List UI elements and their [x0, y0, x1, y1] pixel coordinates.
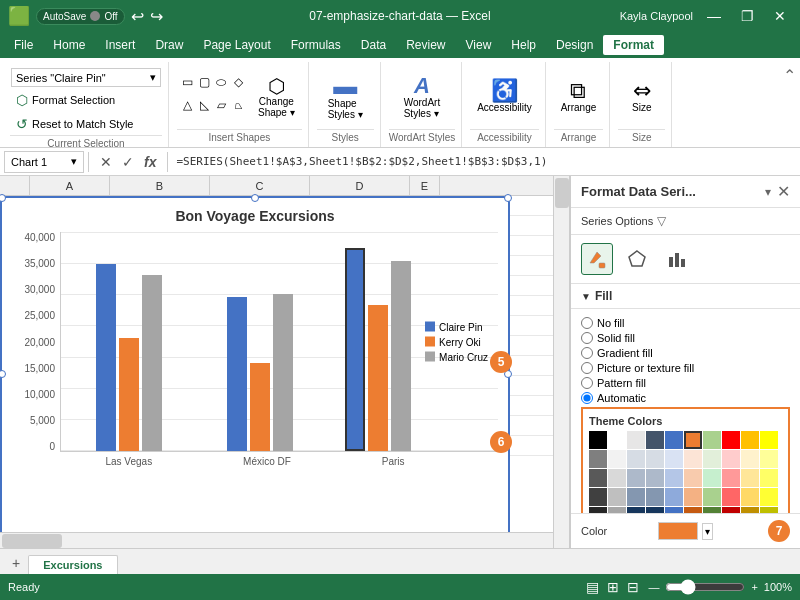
- chart-container[interactable]: Bon Voyage Excursions 40,000 35,000 30,0…: [0, 196, 510, 548]
- shape-styles-button[interactable]: ▬ ShapeStyles ▾: [321, 70, 370, 124]
- zoom-slider[interactable]: [665, 579, 745, 595]
- theme-color-cell[interactable]: [646, 488, 664, 506]
- close-button[interactable]: ✕: [768, 6, 792, 26]
- theme-color-cell[interactable]: [665, 431, 683, 449]
- theme-color-cell[interactable]: [608, 469, 626, 487]
- menu-help[interactable]: Help: [501, 35, 546, 55]
- size-button[interactable]: ⇔ Size: [625, 76, 658, 117]
- gradient-fill-radio[interactable]: [581, 347, 593, 359]
- wordart-styles-button[interactable]: A WordArtStyles ▾: [397, 71, 448, 123]
- solid-fill-radio[interactable]: [581, 332, 593, 344]
- theme-color-cell[interactable]: [703, 488, 721, 506]
- shape-right-tri[interactable]: ◺: [196, 97, 212, 113]
- shape-tri[interactable]: △: [179, 97, 195, 113]
- col-header-d[interactable]: D: [310, 176, 410, 195]
- theme-color-cell[interactable]: [608, 488, 626, 506]
- shape-rect[interactable]: ▭: [179, 74, 195, 90]
- theme-color-cell[interactable]: [741, 431, 759, 449]
- arrange-button[interactable]: ⧉ Arrange: [554, 76, 604, 117]
- enter-formula-icon[interactable]: ✓: [119, 153, 137, 171]
- shape-cylinder[interactable]: ⬭: [213, 74, 229, 90]
- theme-color-cell[interactable]: [684, 450, 702, 468]
- theme-color-cell[interactable]: [608, 450, 626, 468]
- menu-view[interactable]: View: [456, 35, 502, 55]
- add-sheet-button[interactable]: +: [4, 552, 28, 574]
- autosave-toggle[interactable]: AutoSave Off: [36, 8, 125, 25]
- theme-color-cell[interactable]: [760, 488, 778, 506]
- theme-color-cell[interactable]: [608, 431, 626, 449]
- shape-diamond[interactable]: ◇: [230, 74, 246, 90]
- change-shape-button[interactable]: ⬡ ChangeShape ▾: [251, 72, 302, 122]
- minimize-button[interactable]: —: [701, 6, 727, 26]
- menu-file[interactable]: File: [4, 35, 43, 55]
- theme-color-cell[interactable]: [589, 450, 607, 468]
- shape-round-rect[interactable]: ▢: [196, 74, 212, 90]
- col-header-c[interactable]: C: [210, 176, 310, 195]
- zoom-minus[interactable]: —: [648, 581, 659, 593]
- zoom-plus[interactable]: +: [751, 581, 757, 593]
- fx-icon[interactable]: fx: [141, 153, 159, 171]
- undo-button[interactable]: ↩: [131, 7, 144, 26]
- panel-close-button[interactable]: ✕: [777, 182, 790, 201]
- theme-color-cell[interactable]: [741, 469, 759, 487]
- menu-design[interactable]: Design: [546, 35, 603, 55]
- accessibility-button[interactable]: ♿ Accessibility: [470, 76, 538, 117]
- shape-para[interactable]: ▱: [213, 97, 229, 113]
- fill-section-header[interactable]: ▼ Fill: [571, 284, 800, 309]
- col-header-b[interactable]: B: [110, 176, 210, 195]
- theme-color-cell[interactable]: [741, 450, 759, 468]
- theme-color-cell[interactable]: [665, 469, 683, 487]
- pattern-fill-radio[interactable]: [581, 377, 593, 389]
- h-scrollbar-thumb[interactable]: [2, 534, 62, 548]
- theme-color-cell[interactable]: [722, 488, 740, 506]
- theme-color-cell[interactable]: [646, 431, 664, 449]
- vertical-scrollbar[interactable]: [553, 176, 569, 548]
- theme-color-cell[interactable]: [684, 469, 702, 487]
- picture-fill-radio[interactable]: [581, 362, 593, 374]
- series-dropdown[interactable]: Series "Claire Pin" ▾: [11, 68, 161, 87]
- theme-color-cell[interactable]: [722, 431, 740, 449]
- theme-color-cell[interactable]: [684, 488, 702, 506]
- menu-draw[interactable]: Draw: [145, 35, 193, 55]
- name-box[interactable]: Chart 1 ▾: [4, 151, 84, 173]
- format-selection-button[interactable]: ⬡ Format Selection: [11, 89, 120, 111]
- redo-button[interactable]: ↪: [150, 7, 163, 26]
- menu-review[interactable]: Review: [396, 35, 455, 55]
- theme-color-cell[interactable]: [703, 450, 721, 468]
- normal-view-button[interactable]: ▤: [583, 578, 602, 596]
- theme-color-cell[interactable]: [722, 469, 740, 487]
- shape-trap[interactable]: ⏢: [230, 97, 246, 113]
- menu-data[interactable]: Data: [351, 35, 396, 55]
- pentagon-icon-button[interactable]: [621, 243, 653, 275]
- theme-color-cell[interactable]: [627, 450, 645, 468]
- theme-color-cell[interactable]: [646, 450, 664, 468]
- page-break-view-button[interactable]: ⊟: [624, 578, 642, 596]
- theme-color-cell[interactable]: [703, 469, 721, 487]
- theme-color-cell[interactable]: [627, 469, 645, 487]
- theme-color-cell[interactable]: [627, 488, 645, 506]
- horizontal-scrollbar[interactable]: [0, 532, 553, 548]
- ribbon-collapse[interactable]: ⌃: [783, 62, 796, 147]
- theme-color-cell[interactable]: [589, 488, 607, 506]
- reset-style-button[interactable]: ↺ Reset to Match Style: [11, 113, 139, 135]
- col-header-e[interactable]: E: [410, 176, 440, 195]
- formula-input[interactable]: [172, 155, 796, 168]
- theme-color-cell[interactable]: [703, 431, 721, 449]
- panel-dropdown-arrow[interactable]: ▾: [765, 185, 771, 199]
- theme-color-cell[interactable]: [665, 488, 683, 506]
- scrollbar-thumb[interactable]: [555, 178, 569, 208]
- menu-format[interactable]: Format: [603, 35, 664, 55]
- theme-color-cell[interactable]: [684, 431, 702, 449]
- theme-color-cell[interactable]: [589, 469, 607, 487]
- theme-color-cell[interactable]: [760, 469, 778, 487]
- theme-color-cell[interactable]: [627, 431, 645, 449]
- cancel-formula-icon[interactable]: ✕: [97, 153, 115, 171]
- theme-color-cell[interactable]: [646, 469, 664, 487]
- theme-color-cell[interactable]: [665, 450, 683, 468]
- sheet-tab-excursions[interactable]: Excursions: [28, 555, 117, 574]
- no-fill-radio[interactable]: [581, 317, 593, 329]
- bar-chart-icon-button[interactable]: [661, 243, 693, 275]
- theme-color-cell[interactable]: [589, 431, 607, 449]
- menu-insert[interactable]: Insert: [95, 35, 145, 55]
- color-dropdown-button[interactable]: ▾: [702, 523, 713, 540]
